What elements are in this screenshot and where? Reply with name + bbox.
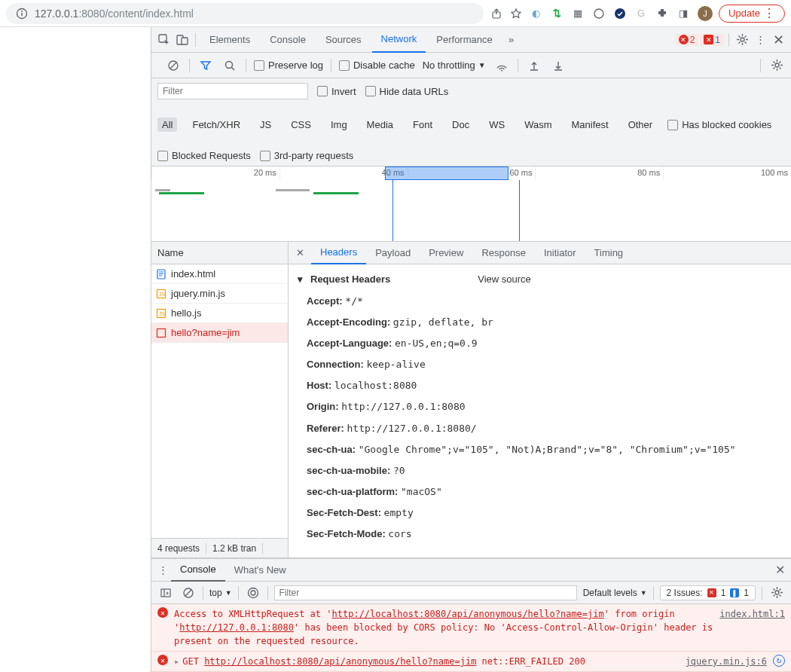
svg-line-11 bbox=[170, 63, 176, 69]
ext-icon-4[interactable] bbox=[592, 7, 606, 20]
js-icon: JS bbox=[156, 289, 166, 299]
source-link[interactable]: jquery.min.js:6 bbox=[686, 655, 767, 668]
network-timeline[interactable]: 20 ms 40 ms 60 ms 80 ms 100 ms bbox=[151, 166, 791, 242]
type-all[interactable]: All bbox=[157, 118, 177, 132]
request-detail: ✕ Headers Payload Preview Response Initi… bbox=[289, 242, 791, 557]
blocked-cookies-checkbox[interactable]: Has blocked cookies bbox=[667, 119, 771, 130]
headers-body: Request HeadersView source Accept: */*Ac… bbox=[289, 264, 791, 557]
source-link[interactable]: index.html:1 bbox=[719, 607, 785, 648]
header-item: sec-ch-ua-platform: "macOS" bbox=[298, 481, 782, 502]
type-css[interactable]: CSS bbox=[286, 118, 316, 132]
type-media[interactable]: Media bbox=[362, 118, 398, 132]
type-fetch[interactable]: Fetch/XHR bbox=[188, 118, 245, 132]
request-row[interactable]: JSjquery.min.js bbox=[151, 284, 288, 304]
tab-network[interactable]: Network bbox=[372, 27, 426, 53]
network-settings-icon[interactable] bbox=[768, 57, 785, 74]
svg-point-31 bbox=[775, 591, 779, 594]
issues-button[interactable]: 2 Issues: ✕1 ❚1 bbox=[660, 585, 756, 600]
info-icon[interactable] bbox=[15, 7, 29, 20]
type-font[interactable]: Font bbox=[408, 118, 437, 132]
svg-point-14 bbox=[501, 69, 502, 71]
ext-icon-7[interactable]: ◨ bbox=[676, 7, 690, 20]
profile-avatar[interactable]: J bbox=[698, 6, 713, 21]
detail-tab-payload[interactable]: Payload bbox=[366, 242, 420, 264]
header-item: Connection: keep-alive bbox=[298, 354, 782, 375]
third-party-checkbox[interactable]: 3rd-party requests bbox=[260, 150, 354, 161]
extensions-icon[interactable] bbox=[655, 7, 669, 20]
tab-elements[interactable]: Elements bbox=[200, 27, 259, 53]
request-headers-section[interactable]: Request HeadersView source bbox=[298, 273, 782, 285]
preserve-log-checkbox[interactable]: Preserve log bbox=[254, 60, 323, 71]
type-other[interactable]: Other bbox=[624, 118, 658, 132]
throttling-select[interactable]: No throttling ▼ bbox=[423, 60, 486, 71]
type-js[interactable]: JS bbox=[255, 118, 276, 132]
inspect-icon[interactable] bbox=[156, 32, 173, 48]
error-badge[interactable]: ✕2 bbox=[675, 34, 699, 46]
tab-console[interactable]: Console bbox=[261, 27, 315, 53]
console-settings-icon[interactable] bbox=[768, 585, 785, 601]
console-sidebar-icon[interactable] bbox=[157, 585, 174, 601]
filter-input[interactable] bbox=[157, 83, 308, 99]
request-row[interactable]: index.html bbox=[151, 264, 288, 284]
close-detail-icon[interactable]: ✕ bbox=[289, 247, 311, 258]
ext-icon-3[interactable]: ▦ bbox=[571, 7, 585, 20]
issue-badge[interactable]: ✕1 bbox=[700, 34, 724, 46]
console-error-row[interactable]: ✕ Access to XMLHttpRequest at 'http://lo… bbox=[151, 604, 791, 652]
blocked-requests-checkbox[interactable]: Blocked Requests bbox=[157, 150, 251, 161]
detail-tab-headers[interactable]: Headers bbox=[311, 242, 366, 264]
svg-point-4 bbox=[594, 9, 603, 18]
drawer-tab-console[interactable]: Console bbox=[171, 559, 225, 582]
drawer-menu-icon[interactable]: ⋮ bbox=[154, 562, 171, 579]
url-box[interactable]: 127.0.0.1:8080/content/index.html bbox=[6, 3, 484, 24]
context-select[interactable]: top ▼ bbox=[209, 588, 232, 598]
console-drawer: ⋮ Console What's New ✕ top ▼ Default lev… bbox=[151, 558, 791, 672]
view-source-link[interactable]: View source bbox=[478, 273, 531, 285]
console-filter-input[interactable] bbox=[274, 585, 577, 600]
close-devtools-icon[interactable]: ✕ bbox=[770, 32, 786, 48]
ext-icon-5[interactable] bbox=[613, 7, 627, 20]
drawer-tab-whatsnew[interactable]: What's New bbox=[225, 559, 295, 582]
share-icon[interactable] bbox=[490, 7, 503, 20]
more-tabs-icon[interactable]: » bbox=[503, 32, 520, 48]
detail-tab-preview[interactable]: Preview bbox=[420, 242, 472, 264]
detail-tab-timing[interactable]: Timing bbox=[585, 242, 633, 264]
type-manifest[interactable]: Manifest bbox=[567, 118, 612, 132]
ext-icon-1[interactable]: ◐ bbox=[529, 7, 542, 20]
timeline-selection[interactable] bbox=[385, 166, 508, 180]
clear-icon[interactable] bbox=[165, 57, 182, 74]
detail-tab-initiator[interactable]: Initiator bbox=[535, 242, 585, 264]
error-icon: ✕ bbox=[157, 607, 168, 618]
hide-data-urls-checkbox[interactable]: Hide data URLs bbox=[365, 86, 449, 97]
refresh-icon[interactable]: ↻ bbox=[773, 655, 785, 667]
settings-icon[interactable] bbox=[734, 32, 750, 48]
console-error-row[interactable]: ✕ GET http://localhost:8080/api/anonymou… bbox=[151, 652, 791, 672]
kebab-icon[interactable]: ⋮ bbox=[752, 32, 768, 48]
tab-sources[interactable]: Sources bbox=[316, 27, 371, 53]
type-doc[interactable]: Doc bbox=[447, 118, 474, 132]
device-toggle-icon[interactable] bbox=[174, 32, 191, 48]
request-list-header[interactable]: Name bbox=[151, 242, 288, 264]
star-icon[interactable] bbox=[509, 7, 523, 20]
console-clear-icon[interactable] bbox=[180, 585, 197, 601]
ext-icon-2[interactable]: ⇅ bbox=[550, 7, 563, 20]
levels-select[interactable]: Default levels ▼ bbox=[583, 588, 647, 598]
invert-checkbox[interactable]: Invert bbox=[317, 86, 356, 97]
live-expression-icon[interactable] bbox=[245, 585, 261, 601]
disable-cache-checkbox[interactable]: Disable cache bbox=[339, 60, 415, 71]
detail-tab-response[interactable]: Response bbox=[472, 242, 535, 264]
request-row[interactable]: JShello.js bbox=[151, 304, 288, 323]
network-conditions-icon[interactable] bbox=[493, 57, 510, 74]
svg-line-28 bbox=[185, 590, 191, 596]
close-drawer-icon[interactable]: ✕ bbox=[771, 562, 788, 579]
request-row-selected[interactable]: hello?name=jim bbox=[151, 323, 288, 343]
filter-toggle-icon[interactable] bbox=[197, 57, 214, 74]
upload-har-icon[interactable] bbox=[526, 57, 542, 74]
type-wasm[interactable]: Wasm bbox=[520, 118, 556, 132]
tab-performance[interactable]: Performance bbox=[427, 27, 501, 53]
update-button[interactable]: Update⋮ bbox=[719, 5, 785, 23]
download-har-icon[interactable] bbox=[550, 57, 567, 74]
search-icon[interactable] bbox=[221, 57, 238, 74]
ext-icon-6[interactable]: G bbox=[634, 7, 648, 20]
type-ws[interactable]: WS bbox=[484, 118, 509, 132]
type-img[interactable]: Img bbox=[326, 118, 352, 132]
